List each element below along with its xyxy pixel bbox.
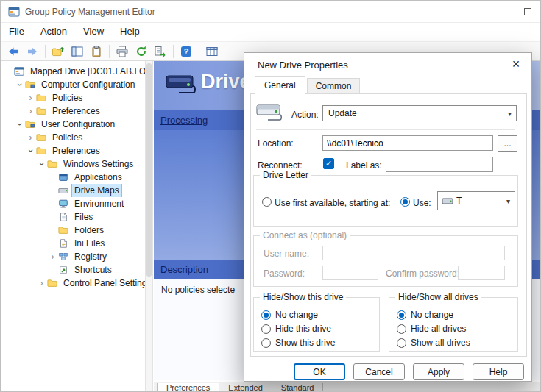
hide-all-option-hide-all-drives[interactable]: Hide all drives <box>397 322 515 335</box>
confirm-password-input <box>458 266 505 280</box>
tree-item-mapped-drive-dc01-lab-loca[interactable]: Mapped Drive [DC01.LAB.LOCA <box>1 65 145 78</box>
chevron-right-icon[interactable]: › <box>37 277 46 290</box>
dialog-tab-general[interactable]: General <box>255 76 305 94</box>
label-as-input[interactable] <box>386 157 493 172</box>
menu-view[interactable]: View <box>75 23 112 40</box>
tree-item-preferences[interactable]: ›Preferences <box>1 104 145 118</box>
chevron-down-icon[interactable]: › <box>35 160 49 169</box>
tree-item-computer-configuration[interactable]: ›Computer Configuration <box>1 78 145 91</box>
tree-item-label: Mapped Drive [DC01.LAB.LOCA <box>28 65 145 78</box>
use-first-available-radio[interactable] <box>262 197 272 207</box>
drive-letter-select[interactable]: T ▾ <box>437 191 515 210</box>
reconnect-checkbox[interactable] <box>323 158 334 169</box>
menu-file[interactable]: File <box>1 23 32 40</box>
registry-icon <box>57 252 69 262</box>
export-list-icon[interactable] <box>152 43 169 60</box>
hide-all-drives-legend: Hide/Show all drives <box>395 292 481 302</box>
use-radio[interactable] <box>400 197 410 207</box>
tree-item-environment[interactable]: Environment <box>1 197 145 210</box>
title-bar: Group Policy Management Editor <box>1 1 540 23</box>
tree-item-user-configuration[interactable]: ›User Configuration <box>1 118 145 131</box>
chevron-right-icon[interactable]: › <box>26 131 35 144</box>
tree-item-folders[interactable]: Folders <box>1 224 145 237</box>
maximize-button[interactable] <box>524 8 531 15</box>
print-icon[interactable] <box>113 43 131 60</box>
tree-item-preferences[interactable]: ›Preferences <box>1 144 145 157</box>
cancel-button[interactable]: Cancel <box>353 363 405 380</box>
tree-item-label: Environment <box>72 197 126 210</box>
folder-icon <box>35 93 47 103</box>
hide-this-option-hide-this-drive[interactable]: Hide this drive <box>261 322 376 335</box>
chevron-right-icon[interactable]: › <box>48 250 57 263</box>
files-icon <box>57 212 69 222</box>
tree-item-windows-settings[interactable]: ›Windows Settings <box>1 157 145 171</box>
chevron-down-icon[interactable]: › <box>24 146 38 156</box>
action-select[interactable]: Update ▾ <box>322 105 517 121</box>
hide-all-radio-hide-all-drives[interactable] <box>397 324 406 334</box>
hide-all-option-show-all-drives[interactable]: Show all drives <box>397 336 515 349</box>
dialog-tab-common[interactable]: Common <box>307 78 361 94</box>
refresh-icon[interactable] <box>132 43 150 60</box>
tree-item-label: Windows Settings <box>61 157 135 171</box>
drive-icon <box>57 185 69 196</box>
help-icon[interactable]: ? <box>177 43 195 60</box>
apply-button[interactable]: Apply <box>413 363 464 380</box>
tree-item-label: Registry <box>72 250 109 263</box>
show-console-tree-icon[interactable] <box>68 43 86 60</box>
chevron-right-icon[interactable]: › <box>26 104 35 118</box>
ok-button[interactable]: OK <box>294 363 345 380</box>
action-label: Action: <box>291 110 319 120</box>
browse-button[interactable]: ... <box>498 135 517 152</box>
ini-files-icon <box>57 238 69 249</box>
user-name-input <box>322 246 505 260</box>
view-tab-extended[interactable]: Extended <box>219 383 272 392</box>
column-options-icon[interactable] <box>203 43 221 60</box>
view-tab-preferences[interactable]: Preferences <box>157 383 219 392</box>
hide-all-radio-no-change[interactable] <box>397 310 406 320</box>
tree-item-files[interactable]: Files <box>1 210 145 224</box>
tree-scrollbar[interactable] <box>146 61 153 391</box>
hide-all-radio-show-all-drives[interactable] <box>397 338 406 348</box>
hide-all-option-no-change[interactable]: No change <box>397 308 515 321</box>
window-title: Group Policy Management Editor <box>25 7 155 17</box>
drive-maps-header-icon <box>164 70 197 100</box>
hide-this-radio-hide-this-drive[interactable] <box>261 324 271 334</box>
tree-item-registry[interactable]: ›Registry <box>1 250 145 263</box>
scrollbar-thumb[interactable] <box>146 63 152 277</box>
processing-link[interactable]: Processing <box>160 115 208 126</box>
tree-item-label: Ini Files <box>72 237 107 250</box>
drive-letter-legend: Drive Letter <box>260 170 311 180</box>
tree-item-ini-files[interactable]: Ini Files <box>1 237 145 250</box>
menu-action[interactable]: Action <box>32 23 75 40</box>
tree-item-policies[interactable]: ›Policies <box>1 91 145 104</box>
menu-help[interactable]: Help <box>112 23 148 40</box>
properties-icon[interactable] <box>88 43 105 60</box>
hide-this-radio-show-this-drive[interactable] <box>261 338 271 348</box>
forward-icon[interactable] <box>24 43 41 60</box>
tree-item-control-panel-setting[interactable]: ›Control Panel Setting <box>1 277 145 290</box>
dialog-tabs: GeneralCommon <box>255 76 361 96</box>
location-input[interactable] <box>322 135 493 151</box>
hide-this-option-no-change[interactable]: No change <box>261 308 376 321</box>
chevron-down-icon[interactable]: › <box>13 120 26 129</box>
menu-bar: FileActionViewHelp <box>1 23 540 41</box>
view-tab-standard[interactable]: Standard <box>272 383 324 392</box>
help-button[interactable]: Help <box>473 363 524 380</box>
shortcuts-icon <box>57 265 69 275</box>
use-first-available-label: Use first available, starting at: <box>275 198 390 208</box>
hide-this-drive-legend: Hide/Show this drive <box>260 292 346 302</box>
back-icon[interactable] <box>4 43 22 60</box>
chevron-down-icon[interactable]: › <box>13 80 26 90</box>
bottom-tabs: PreferencesExtendedStandard <box>154 382 540 392</box>
tree-item-shortcuts[interactable]: Shortcuts <box>1 263 145 277</box>
tree-item-policies[interactable]: ›Policies <box>1 131 145 144</box>
up-one-level-icon[interactable] <box>49 43 67 60</box>
chevron-right-icon[interactable]: › <box>26 91 35 104</box>
tree-item-drive-maps[interactable]: Drive Maps <box>1 184 145 197</box>
close-icon[interactable]: × <box>506 56 526 74</box>
tree-item-applications[interactable]: Applications <box>1 171 145 184</box>
hide-this-radio-no-change[interactable] <box>261 310 271 320</box>
tree: Mapped Drive [DC01.LAB.LOCA›Computer Con… <box>1 65 145 290</box>
description-link[interactable]: Description <box>160 264 208 275</box>
hide-this-option-show-this-drive[interactable]: Show this drive <box>261 336 376 349</box>
